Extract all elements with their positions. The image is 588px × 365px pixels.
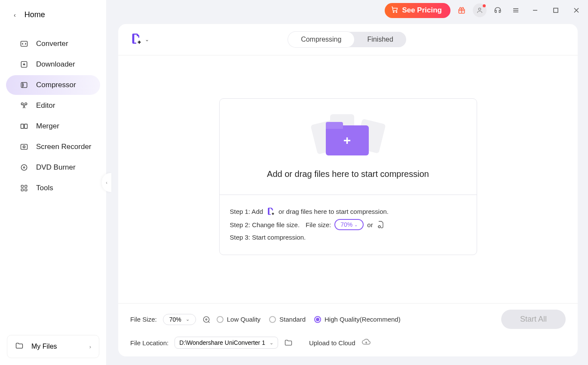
sidebar-item-label: Merger [36, 122, 59, 131]
sidebar-item-tools[interactable]: Tools [6, 178, 100, 198]
tab-compressing[interactable]: Compressing [288, 32, 354, 47]
downloader-icon [20, 60, 28, 69]
sidebar-item-label: Screen Recorder [36, 143, 92, 151]
converter-icon [20, 40, 28, 48]
tools-icon [20, 184, 28, 192]
quality-radio-group: Low Quality Standard High Quality(Recomm… [217, 316, 401, 323]
filesize-select[interactable]: 70% ⌄ [163, 314, 196, 325]
step2-filesize-label: File size: [306, 221, 331, 228]
sidebar-item-label: Converter [36, 40, 68, 48]
svg-rect-14 [25, 189, 27, 191]
see-pricing-button[interactable]: See Pricing [385, 3, 450, 18]
start-all-button[interactable]: Start All [501, 310, 566, 329]
file-settings-icon[interactable] [377, 220, 385, 229]
merger-icon [20, 122, 28, 131]
step2-or: or [367, 221, 373, 228]
editor-icon [20, 101, 28, 110]
upload-cloud-label: Upload to Cloud [309, 339, 355, 347]
home-label: Home [24, 10, 45, 19]
sidebar-item-dvdburner[interactable]: DVD Burner [6, 158, 100, 177]
plus-icon: + [343, 133, 351, 148]
main: See Pricing ⌄ Compressing Finished [106, 0, 588, 365]
minimize-button[interactable] [527, 3, 543, 17]
cloud-upload-icon[interactable] [361, 337, 371, 348]
svg-rect-11 [21, 185, 23, 187]
svg-rect-5 [21, 124, 24, 128]
support-icon[interactable] [491, 3, 505, 17]
dropzone[interactable]: + Add or drag files here to start compre… [219, 98, 477, 255]
gift-icon[interactable] [455, 3, 469, 17]
file-location-label: File Location: [130, 339, 168, 347]
sidebar-item-label: Tools [36, 184, 53, 192]
content-panel: ⌄ Compressing Finished + Add or drag fil… [118, 24, 578, 356]
chevron-down-icon: ⌄ [186, 316, 190, 322]
titlebar: See Pricing [106, 0, 588, 21]
sidebar-item-converter[interactable]: Converter [6, 34, 100, 54]
svg-point-22 [205, 319, 207, 320]
sidebar-item-label: Editor [36, 101, 55, 110]
filesize-percent-dropdown[interactable]: 70% ⌄ [334, 219, 364, 230]
filesize-percent-value: 70% [340, 221, 352, 228]
sidebar-item-label: Downloader [36, 60, 75, 69]
file-location-select[interactable]: D:\Wondershare UniConverter 1 ⌄ [175, 337, 278, 349]
sidebar-nav: Converter Downloader Compressor Editor M… [0, 30, 106, 328]
radio-high-quality[interactable]: High Quality(Recommend) [314, 316, 401, 323]
compressor-icon [20, 81, 28, 89]
account-icon[interactable] [473, 3, 487, 17]
svg-rect-13 [21, 189, 23, 191]
cart-icon [391, 6, 398, 15]
sidebar-item-compressor[interactable]: Compressor [6, 75, 100, 95]
svg-rect-0 [21, 41, 28, 46]
screenrecorder-icon [20, 143, 28, 151]
panel-body: + Add or drag files here to start compre… [118, 55, 578, 303]
open-folder-icon[interactable] [284, 338, 293, 347]
dvdburner-icon [20, 163, 28, 172]
step1-suffix: or drag files here to start compression. [279, 208, 389, 215]
chevron-down-icon: ⌄ [270, 340, 273, 346]
chevron-right-icon: › [89, 344, 91, 350]
add-file-icon [130, 33, 142, 46]
svg-rect-2 [21, 82, 27, 88]
maximize-button[interactable] [548, 3, 564, 17]
svg-point-16 [396, 11, 397, 12]
svg-point-20 [378, 226, 380, 228]
bottombar: File Size: 70% ⌄ Low Quality Standard Hi… [118, 303, 578, 356]
panel-header: ⌄ Compressing Finished [118, 24, 578, 55]
sidebar: ‹ Home Converter Downloader Compressor E… [0, 0, 106, 365]
sidebar-item-editor[interactable]: Editor [6, 96, 100, 116]
dropzone-top: + Add or drag files here to start compre… [220, 99, 477, 195]
radio-high-label: High Quality(Recommend) [325, 316, 401, 323]
sidebar-item-screenrecorder[interactable]: Screen Recorder [6, 137, 100, 157]
dropzone-steps: Step 1: Add or drag files here to start … [220, 195, 477, 255]
see-pricing-label: See Pricing [402, 6, 442, 15]
sidebar-item-downloader[interactable]: Downloader [6, 55, 100, 74]
svg-point-15 [393, 11, 394, 12]
radio-low-quality[interactable]: Low Quality [217, 316, 260, 323]
chevron-left-icon: ‹ [14, 12, 16, 18]
step1-prefix: Step 1: Add [230, 208, 263, 215]
folder-illustration: + [314, 114, 383, 157]
add-file-icon [266, 207, 275, 216]
tab-finished[interactable]: Finished [354, 32, 406, 47]
chevron-down-icon: ⌄ [145, 36, 149, 43]
svg-point-8 [23, 146, 25, 148]
filesize-select-value: 70% [169, 316, 181, 323]
step2-prefix: Step 2: Change file size. [230, 221, 300, 228]
sidebar-item-merger[interactable]: Merger [6, 116, 100, 136]
step3-text: Step 3: Start compression. [230, 234, 306, 241]
svg-point-21 [203, 316, 209, 322]
chevron-down-icon: ⌄ [354, 222, 358, 227]
radio-standard-quality[interactable]: Standard [269, 316, 306, 323]
add-file-dropdown[interactable]: ⌄ [130, 33, 149, 46]
menu-icon[interactable] [509, 3, 523, 17]
svg-point-9 [21, 164, 27, 170]
radio-low-label: Low Quality [227, 316, 260, 323]
radio-standard-label: Standard [279, 316, 306, 323]
advanced-settings-icon[interactable] [202, 315, 211, 324]
home-nav[interactable]: ‹ Home [0, 0, 106, 30]
sidebar-item-label: DVD Burner [36, 163, 76, 172]
my-files-button[interactable]: My Files › [7, 335, 99, 358]
svg-point-10 [23, 167, 24, 168]
svg-point-18 [478, 8, 481, 10]
close-button[interactable] [568, 3, 585, 17]
